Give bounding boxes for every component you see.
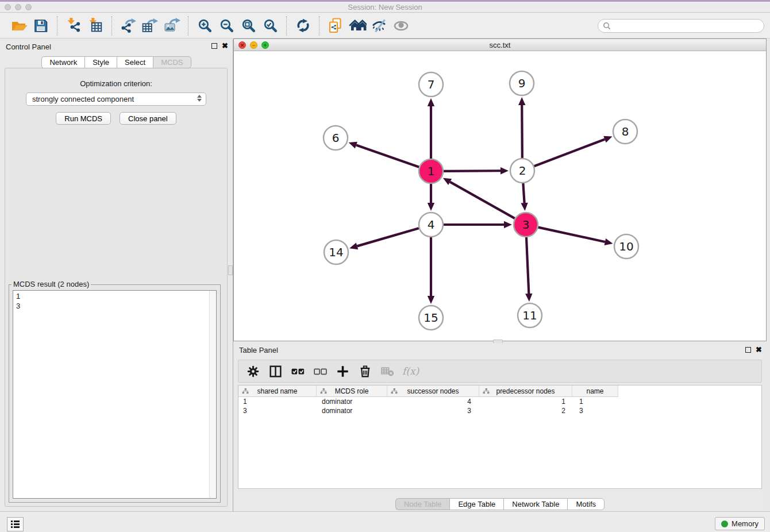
column-header-shared-name[interactable]: shared name xyxy=(238,385,317,397)
mcds-result-list[interactable]: 13 xyxy=(13,290,217,499)
table-row[interactable]: 3dominator323 xyxy=(238,406,761,415)
close-table-panel-icon[interactable]: ✖ xyxy=(756,346,762,353)
edge-1-6[interactable] xyxy=(349,142,419,167)
zoom-in-button[interactable] xyxy=(194,16,215,36)
zoom-selected-button[interactable] xyxy=(259,16,281,36)
tab-motifs[interactable]: Motifs xyxy=(567,498,605,510)
node-8[interactable]: 8 xyxy=(613,119,637,144)
node-9[interactable]: 9 xyxy=(510,71,534,95)
duplicate-network-button[interactable] xyxy=(325,16,346,36)
tab-node-table[interactable]: Node Table xyxy=(395,498,450,510)
node-label: 2 xyxy=(519,164,526,178)
tab-network-table[interactable]: Network Table xyxy=(503,498,567,510)
import-table-icon xyxy=(87,18,104,34)
add-button[interactable] xyxy=(335,364,350,379)
node-6[interactable]: 6 xyxy=(324,126,348,150)
node-2[interactable]: 2 xyxy=(510,159,534,183)
edge-2-8[interactable] xyxy=(534,136,613,166)
network-canvas[interactable]: 7968124314101511 xyxy=(234,51,766,341)
node-4[interactable]: 4 xyxy=(419,213,443,237)
column-header-predecessor-nodes[interactable]: predecessor nodes xyxy=(479,385,572,397)
node-1[interactable]: 1 xyxy=(419,159,443,183)
delete-button[interactable] xyxy=(357,364,372,379)
table-cell[interactable]: 1 xyxy=(238,397,317,406)
table-cell[interactable]: 1 xyxy=(479,397,572,406)
import-table-button[interactable] xyxy=(84,16,106,36)
select-all-button[interactable] xyxy=(290,364,305,379)
tab-style[interactable]: Style xyxy=(84,56,117,68)
export-image-button[interactable] xyxy=(161,16,183,36)
vertical-splitter-grip[interactable] xyxy=(228,265,233,275)
control-panel-title: Control Panel xyxy=(6,43,51,51)
network-graph[interactable]: 7968124314101511 xyxy=(234,51,766,341)
search-input[interactable] xyxy=(598,19,764,33)
edge-1-4[interactable] xyxy=(428,184,434,211)
mcds-result-scrollbar[interactable] xyxy=(209,291,216,498)
network-window-titlebar[interactable]: ✕ − + scc.txt xyxy=(234,39,766,51)
node-3[interactable]: 3 xyxy=(514,213,538,237)
node-11[interactable]: 11 xyxy=(518,303,542,327)
zoom-fit-button[interactable] xyxy=(237,16,259,36)
node-table: shared nameMCDS rolesuccessor nodesprede… xyxy=(238,385,762,489)
edge-4-3[interactable] xyxy=(444,221,512,228)
tab-edge-table[interactable]: Edge Table xyxy=(449,498,503,510)
table-cell[interactable]: 3 xyxy=(238,406,317,415)
edge-1-7[interactable] xyxy=(428,98,434,159)
app-titlebar[interactable]: Session: New Session xyxy=(0,2,770,13)
table-cell[interactable]: dominator xyxy=(317,406,387,415)
run-mcds-button[interactable]: Run MCDS xyxy=(56,112,111,125)
add-icon xyxy=(336,364,350,379)
import-network-button[interactable] xyxy=(63,16,84,36)
save-button[interactable] xyxy=(30,16,52,36)
edge-1-2[interactable] xyxy=(444,167,509,174)
table-cell[interactable]: 3 xyxy=(387,406,479,415)
column-tree-icon xyxy=(483,388,490,396)
edge-3-11[interactable] xyxy=(525,237,532,302)
edge-4-14[interactable] xyxy=(349,228,419,249)
gear-button[interactable] xyxy=(245,364,260,379)
edge-2-9[interactable] xyxy=(518,97,525,158)
column-header-mcds-role[interactable]: MCDS role xyxy=(317,385,387,397)
home-button[interactable] xyxy=(346,16,368,36)
task-history-button[interactable] xyxy=(7,517,24,531)
edge-arrowhead-icon xyxy=(500,167,509,174)
node-10[interactable]: 10 xyxy=(614,234,638,259)
edge-3-10[interactable] xyxy=(538,228,613,245)
node-14[interactable]: 14 xyxy=(324,240,348,264)
column-header-name[interactable]: name xyxy=(572,385,618,397)
float-table-panel-icon[interactable] xyxy=(745,347,751,353)
mcds-result-line: 1 xyxy=(16,291,213,301)
close-panel-button[interactable]: Close panel xyxy=(120,112,176,125)
tab-network[interactable]: Network xyxy=(41,56,84,68)
table-cell[interactable]: 4 xyxy=(387,397,479,406)
hide-selected-button[interactable] xyxy=(368,16,390,36)
refresh-icon xyxy=(295,18,311,33)
export-table-button[interactable] xyxy=(139,16,161,36)
close-panel-icon[interactable]: ✖ xyxy=(222,43,228,49)
unselect-all-button[interactable] xyxy=(313,364,328,379)
node-7[interactable]: 7 xyxy=(419,72,443,97)
export-network-button[interactable] xyxy=(117,16,139,36)
tab-mcds[interactable]: MCDS xyxy=(153,56,191,68)
node-15[interactable]: 15 xyxy=(419,306,443,330)
optimization-criterion-select[interactable]: strongly connected component xyxy=(26,92,206,106)
refresh-button[interactable] xyxy=(292,16,314,36)
zoom-out-button[interactable] xyxy=(215,16,237,36)
memory-button[interactable]: Memory xyxy=(715,517,765,530)
column-header-successor-nodes[interactable]: successor nodes xyxy=(387,385,479,397)
edge-4-15[interactable] xyxy=(428,237,434,304)
columns-button[interactable] xyxy=(268,364,283,379)
table-cell[interactable]: 3 xyxy=(572,406,618,415)
table-row[interactable]: 1dominator411 xyxy=(238,397,761,406)
table-cell[interactable]: 1 xyxy=(572,397,618,406)
table-cell[interactable]: dominator xyxy=(317,397,387,406)
table-cell[interactable]: 2 xyxy=(479,406,572,415)
edge-2-3[interactable] xyxy=(521,183,528,211)
mcds-result-line: 3 xyxy=(16,301,213,311)
application-window: Session: New Session Control Panel ✖ Net… xyxy=(0,0,770,532)
edge-3-1[interactable] xyxy=(443,178,515,218)
float-panel-icon[interactable] xyxy=(211,43,217,49)
tab-select[interactable]: Select xyxy=(117,56,153,68)
column-header-label: successor nodes xyxy=(407,387,459,395)
open-button[interactable] xyxy=(8,16,30,36)
